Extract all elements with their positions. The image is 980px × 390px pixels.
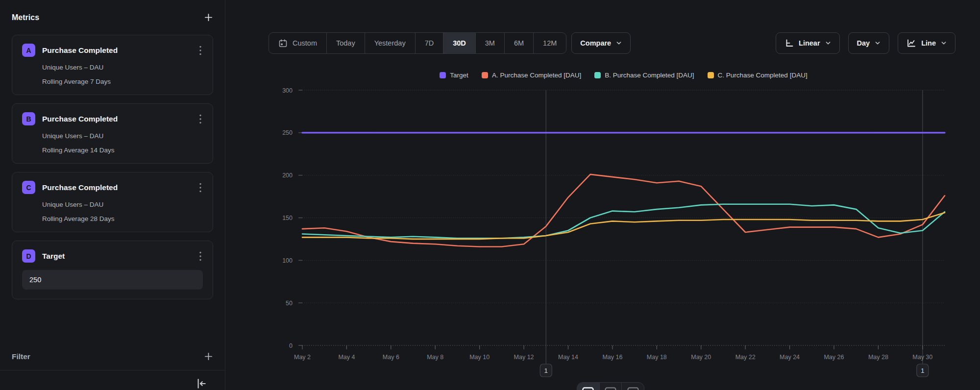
y-axis-label: 150 <box>282 215 293 221</box>
view-option-1-button[interactable] <box>577 383 600 390</box>
metric-badge-b: B <box>22 112 35 125</box>
metrics-title: Metrics <box>12 13 39 22</box>
x-axis-label: May 30 <box>912 354 932 361</box>
metric-transform-a: Rolling Average 7 Days <box>42 78 203 85</box>
kebab-icon <box>199 251 202 262</box>
x-axis-label: May 24 <box>780 354 800 361</box>
kebab-icon <box>199 45 202 56</box>
x-axis-label: May 16 <box>602 354 622 361</box>
y-axis-label: 300 <box>282 87 293 94</box>
sidebar-footer: Filter <box>12 352 213 390</box>
collapse-sidebar-button[interactable] <box>195 377 207 390</box>
metric-transform-b: Rolling Average 14 Days <box>42 146 203 154</box>
x-axis-label: May 22 <box>735 354 756 361</box>
metric-card-c[interactable]: C Purchase Completed Unique Users – DAU … <box>12 172 213 232</box>
y-axis-label: 200 <box>282 172 293 179</box>
metric-card-d-head: D Target <box>22 249 203 263</box>
metric-card-b[interactable]: B Purchase Completed Unique Users – DAU … <box>12 103 213 164</box>
metric-measure-b: Unique Users – DAU <box>42 132 203 140</box>
metrics-line-chart[interactable]: 050100150200250300May 2May 4May 6May 8Ma… <box>226 0 980 390</box>
add-metric-button[interactable] <box>204 13 213 22</box>
chart-panel: Custom Today Yesterday 7D 30D 3M 6M 12M … <box>226 0 980 390</box>
x-axis-label: May 4 <box>338 354 355 361</box>
metric-menu-button-c[interactable] <box>198 181 203 194</box>
x-axis-label: May 18 <box>647 354 667 361</box>
y-axis-label: 250 <box>282 129 293 136</box>
panel-icon <box>627 387 639 390</box>
kebab-icon <box>199 182 202 193</box>
collapse-left-icon <box>195 377 207 390</box>
panel-icon <box>582 387 594 390</box>
metrics-sidebar: Metrics A Purchase Completed Unique User… <box>0 0 225 390</box>
metric-title-d: Target <box>42 252 191 261</box>
metric-card-d-target[interactable]: D Target 250 <box>12 241 213 299</box>
series-a-purchase-completed-dau-[interactable] <box>302 174 945 247</box>
plus-icon <box>204 13 213 22</box>
metric-menu-button-a[interactable] <box>198 44 203 57</box>
filter-title: Filter <box>12 352 30 361</box>
kebab-icon <box>199 114 202 124</box>
annotation-badge-label: 1 <box>921 367 925 374</box>
y-axis-label: 0 <box>289 342 293 349</box>
metric-title-c: Purchase Completed <box>42 183 191 192</box>
view-option-2-button[interactable] <box>600 383 622 390</box>
filter-section: Filter <box>12 352 213 370</box>
metric-card-a[interactable]: A Purchase Completed Unique Users – DAU … <box>12 35 213 95</box>
x-axis-label: May 8 <box>427 354 443 361</box>
collapse-row <box>12 370 213 390</box>
metrics-header: Metrics <box>12 13 213 22</box>
target-value-input[interactable]: 250 <box>22 270 203 290</box>
x-axis-label: May 14 <box>558 354 578 361</box>
x-axis-label: May 10 <box>469 354 490 361</box>
metric-badge-d: D <box>22 249 35 263</box>
metric-card-b-head: B Purchase Completed <box>22 112 203 125</box>
y-axis-label: 100 <box>282 257 293 264</box>
metric-card-a-head: A Purchase Completed <box>22 44 203 57</box>
metric-menu-button-b[interactable] <box>198 113 203 125</box>
metric-measure-a: Unique Users – DAU <box>42 64 203 71</box>
metric-measure-c: Unique Users – DAU <box>42 201 203 208</box>
bottom-view-switcher <box>577 382 644 390</box>
add-filter-button[interactable] <box>204 352 213 361</box>
view-option-3-button[interactable] <box>622 383 644 390</box>
metric-transform-c: Rolling Average 28 Days <box>42 215 203 222</box>
x-axis-label: May 28 <box>868 354 888 361</box>
metric-card-c-head: C Purchase Completed <box>22 181 203 194</box>
metric-title-b: Purchase Completed <box>42 115 191 123</box>
panel-icon <box>605 387 616 390</box>
x-axis-label: May 2 <box>294 354 311 361</box>
metric-badge-c: C <box>22 181 35 194</box>
annotation-badge-label: 1 <box>544 367 548 374</box>
x-axis-label: May 6 <box>383 354 399 361</box>
series-c-purchase-completed-dau-[interactable] <box>302 213 945 239</box>
y-axis-label: 50 <box>286 300 293 307</box>
metric-menu-button-d[interactable] <box>198 250 203 263</box>
x-axis-label: May 12 <box>514 354 534 361</box>
x-axis-label: May 26 <box>824 354 844 361</box>
metric-title-a: Purchase Completed <box>42 46 191 55</box>
metric-badge-a: A <box>22 44 35 57</box>
x-axis-label: May 20 <box>691 354 711 361</box>
plus-icon <box>204 352 213 361</box>
